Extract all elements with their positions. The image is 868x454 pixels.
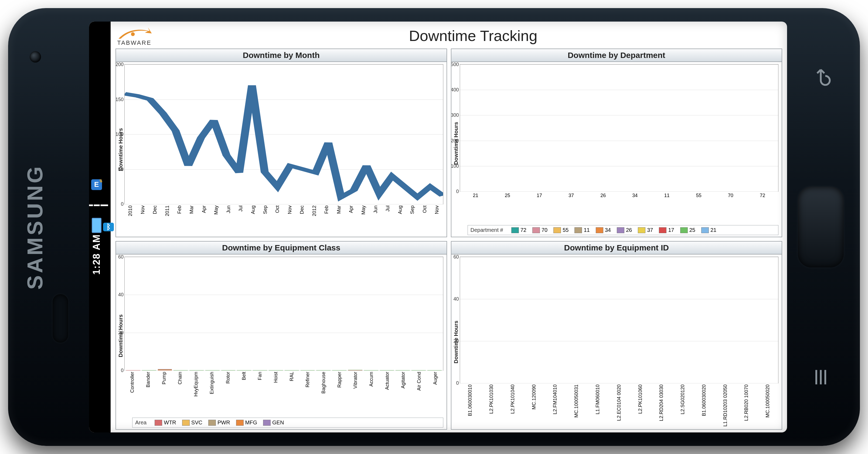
logo-text: TABWARE bbox=[117, 40, 151, 46]
x-axis-month: 2010NovDec2011FebMarAprMayJunJulAugSepOc… bbox=[124, 204, 443, 235]
signal-icon bbox=[89, 205, 108, 206]
panel-downtime-equip-class: Downtime by Equipment Class Downtime Hou… bbox=[116, 241, 447, 430]
screen: 1:28 AM E ⇅ ᛒ TABWARE Downtim bbox=[89, 22, 787, 432]
page-title: Downtime Tracking bbox=[164, 27, 782, 44]
legend-title: Area bbox=[135, 420, 147, 426]
device-brand: SAMSUNG bbox=[23, 164, 48, 290]
chart-area-equip-id[interactable]: 0204060 bbox=[460, 257, 779, 383]
back-arrow-icon bbox=[810, 66, 832, 88]
panel-title: Downtime by Equipment Class bbox=[116, 241, 446, 255]
legend-title: Department # bbox=[471, 227, 503, 233]
x-axis-dept: 21251737263411557072 bbox=[460, 192, 779, 222]
chart-area-dept[interactable]: 0100200300400500 bbox=[460, 64, 779, 192]
front-camera bbox=[30, 51, 41, 63]
legend-equip-class: Area WTRSVCPWRMFGGEN bbox=[132, 418, 443, 428]
chart-area-month[interactable]: 050100150200 bbox=[124, 64, 443, 204]
menu-bars-icon bbox=[810, 366, 832, 388]
network-type-icon: E ⇅ bbox=[91, 179, 102, 190]
phone-device-frame: SAMSUNG 1:28 AM E ⇅ ᛒ bbox=[8, 8, 860, 446]
panel-downtime-month: Downtime by Month Downtime Hours 0501001… bbox=[116, 48, 447, 237]
earpiece-speaker bbox=[53, 294, 68, 343]
svg-point-0 bbox=[131, 32, 135, 36]
header: TABWARE Downtime Tracking bbox=[116, 25, 782, 46]
back-hw-button[interactable] bbox=[806, 57, 836, 97]
chart-area-equip-class[interactable]: 0204060 bbox=[124, 257, 443, 371]
status-top: 1:28 AM E ⇅ bbox=[89, 179, 104, 275]
app-logo: TABWARE bbox=[116, 25, 153, 46]
x-axis-equip-class: ControllerBanderPumpChainHvyEquipmExting… bbox=[124, 371, 443, 415]
app-content: TABWARE Downtime Tracking Downtime by Mo… bbox=[111, 22, 787, 432]
x-axis-equip-id: B1.060030010L2.PK101030L2.PK101040MC.120… bbox=[460, 383, 779, 428]
status-bar: 1:28 AM E ⇅ ᛒ bbox=[89, 22, 111, 432]
status-clock: 1:28 AM bbox=[91, 234, 102, 275]
legend-dept: Department # 72705511342637172521 bbox=[468, 225, 779, 235]
menu-hw-button[interactable] bbox=[806, 357, 836, 397]
battery-icon bbox=[92, 218, 101, 233]
bluetooth-icon: ᛒ bbox=[103, 223, 114, 231]
home-hw-button[interactable] bbox=[798, 187, 844, 267]
chart-grid: Downtime by Month Downtime Hours 0501001… bbox=[116, 48, 782, 430]
panel-downtime-dept: Downtime by Department Downtime Hours 01… bbox=[451, 48, 782, 237]
y-axis-label: Downtime Hours bbox=[117, 64, 124, 235]
panel-title: Downtime by Month bbox=[116, 49, 446, 62]
panel-title: Downtime by Equipment ID bbox=[452, 241, 782, 255]
panel-downtime-equip-id: Downtime by Equipment ID Downtime Hours … bbox=[451, 241, 782, 430]
logo-swoosh-icon bbox=[116, 25, 153, 41]
panel-title: Downtime by Department bbox=[452, 49, 782, 62]
y-axis-label: Downtime Hours bbox=[117, 257, 124, 415]
